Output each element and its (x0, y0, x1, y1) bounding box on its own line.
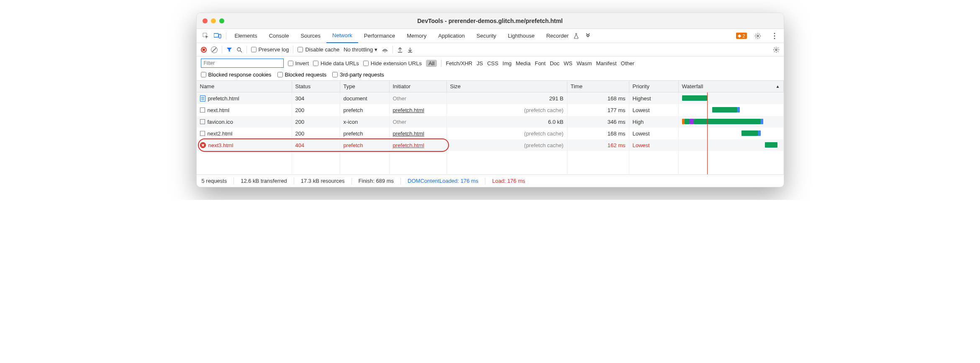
tab-lighthouse[interactable]: Lighthouse (502, 29, 541, 43)
titlebar: DevTools - prerender-demos.glitch.me/pre… (197, 13, 784, 29)
filter-type-fetch-xhr[interactable]: Fetch/XHR (446, 60, 472, 66)
table-row[interactable]: next.html200prefetchprefetch.html(prefet… (197, 104, 784, 116)
status-cell: 200 (292, 128, 340, 139)
warnings-badge[interactable]: ◆ 2 (736, 33, 747, 39)
col-size[interactable]: Size (447, 81, 567, 92)
settings-icon[interactable] (754, 32, 762, 40)
upload-icon[interactable] (397, 47, 403, 53)
filter-type-other[interactable]: Other (621, 60, 635, 66)
tab-memory[interactable]: Memory (401, 29, 432, 43)
col-waterfall[interactable]: Waterfall▲ (679, 81, 784, 92)
col-priority[interactable]: Priority (629, 81, 679, 92)
network-toolbar: Preserve log Disable cache No throttling… (197, 43, 784, 56)
initiator-link[interactable]: prefetch.html (393, 107, 424, 113)
divider (400, 178, 401, 184)
divider (293, 46, 293, 54)
col-time[interactable]: Time (567, 81, 629, 92)
filter-icon[interactable] (226, 47, 232, 53)
flask-icon (572, 32, 580, 40)
filter-type-css[interactable]: CSS (487, 60, 498, 66)
gear-icon[interactable] (773, 46, 780, 53)
col-type[interactable]: Type (340, 81, 390, 92)
disable-cache-checkbox[interactable]: Disable cache (298, 46, 339, 53)
filter-type-img[interactable]: Img (503, 60, 512, 66)
size-cell: (prefetch cache) (447, 128, 567, 139)
filter-input[interactable] (201, 59, 284, 68)
waterfall-cell (679, 116, 784, 128)
size-cell: (prefetch cache) (447, 139, 567, 151)
disable-cache-label: Disable cache (305, 46, 339, 53)
filter-type-font[interactable]: Font (535, 60, 546, 66)
network-conditions-icon[interactable] (382, 47, 388, 53)
invert-checkbox[interactable]: Invert (288, 60, 309, 66)
filter-type-manifest[interactable]: Manifest (596, 60, 616, 66)
tab-sources[interactable]: Sources (295, 29, 326, 43)
col-status[interactable]: Status (292, 81, 340, 92)
time-cell: 168 ms (567, 92, 629, 104)
warning-icon: ◆ (738, 33, 741, 38)
initiator-text: Other (393, 95, 407, 102)
table-row[interactable]: favicon.ico200x-iconOther6.0 kB346 msHig… (197, 116, 784, 128)
tab-performance[interactable]: Performance (358, 29, 401, 43)
status-cell: 404 (292, 139, 340, 151)
initiator-link[interactable]: prefetch.html (393, 130, 424, 137)
tab-application[interactable]: Application (432, 29, 471, 43)
empty-rows (197, 151, 784, 174)
record-button[interactable] (201, 47, 207, 53)
hide-ext-label: Hide extension URLs (371, 60, 422, 66)
filter-type-media[interactable]: Media (516, 60, 531, 66)
tab-security[interactable]: Security (471, 29, 502, 43)
tab-console[interactable]: Console (263, 29, 295, 43)
inspect-icon[interactable] (202, 32, 210, 40)
col-name[interactable]: Name (197, 81, 292, 92)
blocked-cookies-checkbox[interactable]: Blocked response cookies (201, 72, 272, 78)
tab-elements[interactable]: Elements (229, 29, 263, 43)
table-row[interactable]: next3.html404prefetchprefetch.html(prefe… (197, 139, 784, 151)
throttling-select[interactable]: No throttling▾ (344, 46, 377, 53)
initiator-link[interactable]: prefetch.html (393, 142, 424, 148)
tab-network[interactable]: Network (326, 29, 358, 43)
priority-cell: Lowest (629, 128, 679, 139)
type-cell: prefetch (340, 128, 390, 139)
table-row[interactable]: next2.html200prefetchprefetch.html(prefe… (197, 128, 784, 139)
third-party-checkbox[interactable]: 3rd-party requests (332, 72, 384, 78)
blocked-requests-checkbox[interactable]: Blocked requests (277, 72, 327, 78)
type-cell: document (340, 92, 390, 104)
filter-type-all[interactable]: All (426, 60, 437, 67)
status-cell: 304 (292, 92, 340, 104)
waterfall-cell (679, 128, 784, 139)
close-icon[interactable] (203, 18, 208, 23)
blocked-cookies-label: Blocked response cookies (208, 72, 272, 78)
third-party-label: 3rd-party requests (340, 72, 384, 78)
search-icon[interactable] (236, 47, 242, 53)
blocked-req-label: Blocked requests (285, 72, 327, 78)
priority-cell: Highest (629, 92, 679, 104)
requests-count: 5 requests (202, 178, 227, 184)
svg-point-6 (774, 38, 775, 39)
zoom-icon[interactable] (219, 18, 224, 23)
clear-button[interactable] (211, 46, 218, 53)
filter-type-ws[interactable]: WS (564, 60, 572, 66)
col-initiator[interactable]: Initiator (390, 81, 447, 92)
status-cell: 200 (292, 116, 340, 128)
time-cell: 346 ms (567, 116, 629, 128)
tab-recorder[interactable]: Recorder (540, 29, 574, 43)
more-tabs-icon[interactable] (584, 32, 592, 40)
table-row[interactable]: prefetch.html304documentOther291 B168 ms… (197, 92, 784, 104)
minimize-icon[interactable] (211, 18, 216, 23)
filter-type-js[interactable]: JS (477, 60, 483, 66)
warning-count: 2 (742, 33, 745, 38)
divider (246, 46, 247, 54)
dcl-time: DOMContentLoaded: 176 ms (408, 178, 478, 184)
filter-bar-2: Blocked response cookies Blocked request… (197, 70, 784, 81)
hide-extension-urls-checkbox[interactable]: Hide extension URLs (363, 60, 422, 66)
kebab-icon[interactable] (770, 32, 779, 40)
download-icon[interactable] (407, 47, 413, 53)
filter-type-doc[interactable]: Doc (550, 60, 559, 66)
preserve-log-checkbox[interactable]: Preserve log (251, 46, 289, 53)
filter-type-wasm[interactable]: Wasm (577, 60, 592, 66)
document-icon (200, 95, 205, 102)
status-cell: 200 (292, 104, 340, 116)
hide-data-urls-checkbox[interactable]: Hide data URLs (313, 60, 359, 66)
device-icon[interactable] (213, 32, 222, 40)
